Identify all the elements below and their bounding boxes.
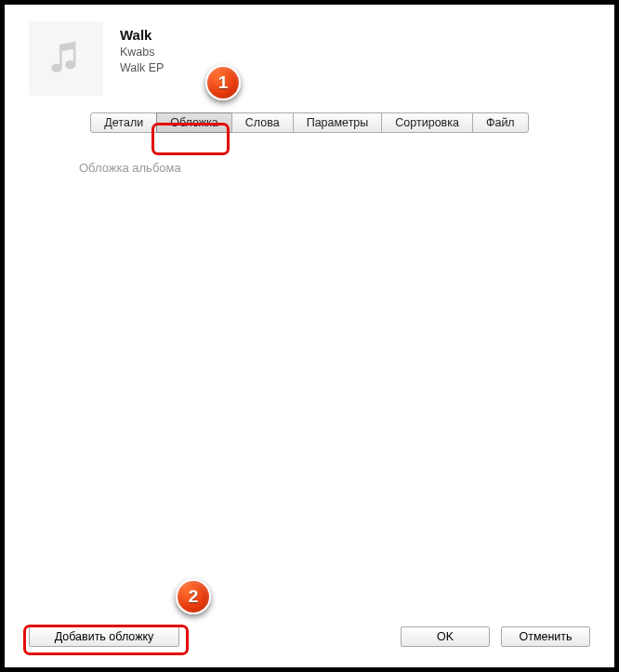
artwork-section-label: Обложка альбома <box>79 161 577 175</box>
tab-bar: Детали Обложка Слова Параметры Сортировк… <box>5 112 614 133</box>
track-artist: Kwabs <box>120 46 164 59</box>
cancel-button[interactable]: Отменить <box>501 626 590 647</box>
tab-artwork[interactable]: Обложка <box>156 112 232 133</box>
tab-content-artwork: Обложка альбома <box>5 133 614 613</box>
tab-lyrics[interactable]: Слова <box>231 112 294 133</box>
track-title: Walk <box>120 27 164 43</box>
track-album: Walk EP <box>120 61 164 74</box>
tab-file[interactable]: Файл <box>472 112 529 133</box>
tab-options[interactable]: Параметры <box>293 112 383 133</box>
music-note-icon <box>46 38 86 80</box>
add-artwork-button[interactable]: Добавить обложку <box>29 626 179 647</box>
dialog-footer: Добавить обложку OK Отменить <box>5 613 614 667</box>
ok-button[interactable]: OK <box>401 626 490 647</box>
track-meta: Walk Kwabs Walk EP <box>120 21 164 96</box>
album-artwork-placeholder <box>29 21 103 96</box>
song-info-dialog: Walk Kwabs Walk EP Детали Обложка Слова … <box>5 5 614 667</box>
header: Walk Kwabs Walk EP <box>5 5 614 105</box>
tab-sorting[interactable]: Сортировка <box>381 112 473 133</box>
tab-details[interactable]: Детали <box>90 112 157 133</box>
